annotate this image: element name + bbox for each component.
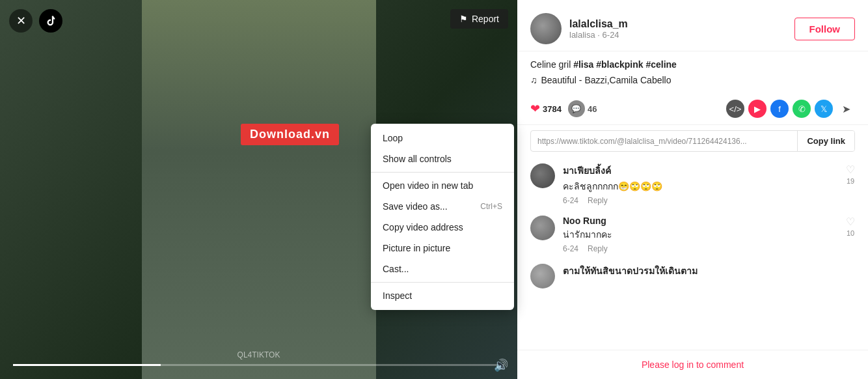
comment-reply-2[interactable]: Reply [588, 244, 608, 253]
login-text[interactable]: Please log in to comment [530, 359, 855, 370]
caption-tags[interactable]: #lisa #blackpink #celine [573, 59, 677, 70]
comment-text-1: คะลิชลูกกกกก😁🙄🙄🙄 [563, 179, 838, 193]
save-shortcut: Ctrl+S [480, 202, 502, 211]
user-sub: lalalisa · 6-24 [569, 30, 787, 40]
comment-username-3[interactable]: ตามให้ทันสิขนาดปวรมให้เดินตาม [563, 264, 855, 278]
comment-like-count-2: 10 [847, 229, 854, 237]
video-person [142, 0, 376, 379]
volume-icon[interactable]: 🔊 [494, 358, 508, 372]
video-progress-fill [13, 364, 161, 366]
link-bar: https://www.tiktok.com/@lalalclisa_m/vid… [530, 130, 855, 152]
tiktok-share-icon[interactable]: ▶ [748, 100, 766, 118]
context-menu-copy-address[interactable]: Copy video address [371, 217, 514, 238]
music-line[interactable]: ♫ Beautiful - Bazzi,Camila Cabello [530, 75, 855, 85]
flag-icon: ⚑ [459, 14, 468, 24]
comment-heart-icon-1[interactable]: ♡ [846, 163, 855, 176]
report-button[interactable]: ⚑ Report [450, 9, 508, 29]
comment-heart-icon-2[interactable]: ♡ [846, 216, 855, 228]
video-progress-bar[interactable] [13, 364, 504, 366]
comment-text-2: น่ารักมากคะ [563, 227, 838, 242]
copy-link-button[interactable]: Copy link [797, 131, 854, 151]
link-url: https://www.tiktok.com/@lalalclisa_m/vid… [531, 132, 797, 151]
comment-body-1: มาเฟียบลิ้งค์ คะลิชลูกกกกก😁🙄🙄🙄 6-24 Repl… [563, 163, 838, 205]
context-menu-show-controls[interactable]: Show all controls [371, 148, 514, 169]
twitter-share-icon[interactable]: 𝕏 [815, 100, 833, 118]
inspect-label: Inspect [383, 290, 412, 301]
login-prompt: Please log in to comment [517, 350, 868, 379]
comment-date-1: 6-24 [563, 196, 578, 205]
avatar [530, 13, 562, 44]
download-badge: Download.vn [241, 124, 339, 145]
comment-action[interactable]: 💬 46 [568, 100, 597, 117]
comment-body-2: Noo Rung น่ารักมากคะ 6-24 Reply [563, 216, 838, 253]
cast-label: Cast... [383, 264, 409, 274]
comment-item: มาเฟียบลิ้งค์ คะลิชลูกกกกก😁🙄🙄🙄 6-24 Repl… [530, 163, 855, 205]
comment-item-3: ตามให้ทันสิขนาดปวรมให้เดินตาม [530, 264, 855, 288]
like-count: 3784 [543, 104, 562, 114]
context-menu-open-new-tab[interactable]: Open video in new tab [371, 175, 514, 196]
comment-meta-2: 6-24 Reply [563, 244, 838, 253]
pip-label: Picture in picture [383, 243, 450, 253]
facebook-share-icon[interactable]: f [770, 100, 789, 118]
open-new-tab-label: Open video in new tab [383, 180, 473, 191]
save-video-label: Save video as... [383, 201, 448, 212]
comment-username-1[interactable]: มาเฟียบลิ้งค์ [563, 163, 838, 178]
close-button[interactable]: ✕ [9, 9, 33, 33]
actions-row: ❤ 3784 💬 46 </> ▶ f ✆ 𝕏 ➤ [517, 93, 868, 125]
heart-icon: ❤ [530, 102, 540, 116]
caption-text: Celine gril #lisa #blackpink #celine [530, 59, 855, 70]
comments-section: มาเฟียบลิ้งค์ คะลิชลูกกกกก😁🙄🙄🙄 6-24 Repl… [517, 157, 868, 350]
context-menu-loop[interactable]: Loop [371, 128, 514, 148]
comment-reply-1[interactable]: Reply [588, 196, 608, 205]
comment-avatar-2 [530, 216, 555, 240]
right-panel: lalalclisa_m lalalisa · 6-24 Follow Celi… [517, 0, 868, 379]
video-watermark: QL4TIKTOK [237, 350, 280, 359]
context-menu-save-video[interactable]: Save video as... Ctrl+S [371, 196, 514, 217]
avatar-image [530, 13, 562, 44]
music-note-icon: ♫ [530, 75, 537, 85]
divider-1 [371, 172, 514, 173]
video-panel: ✕ ⚑ Report Download.vn Loop Show all con… [0, 0, 517, 379]
comment-body-3: ตามให้ทันสิขนาดปวรมให้เดินตาม [563, 264, 855, 288]
comment-date-2: 6-24 [563, 244, 578, 253]
show-controls-label: Show all controls [383, 154, 452, 164]
whatsapp-share-icon[interactable]: ✆ [793, 100, 811, 118]
copy-address-label: Copy video address [383, 222, 463, 232]
like-action[interactable]: ❤ 3784 [530, 102, 562, 116]
follow-button[interactable]: Follow [794, 18, 856, 40]
embed-icon[interactable]: </> [726, 100, 744, 118]
more-share-icon[interactable]: ➤ [837, 100, 855, 118]
caption-section: Celine gril #lisa #blackpink #celine ♫ B… [517, 51, 868, 93]
share-icons: </> ▶ f ✆ 𝕏 ➤ [726, 100, 855, 118]
comment-avatar-3 [530, 264, 555, 288]
username[interactable]: lalalclisa_m [569, 18, 787, 30]
user-info: lalalclisa_m lalalisa · 6-24 [569, 18, 787, 40]
comment-item-2: Noo Rung น่ารักมากคะ 6-24 Reply ♡ 10 [530, 216, 855, 253]
user-section: lalalclisa_m lalalisa · 6-24 Follow [517, 0, 868, 51]
report-label: Report [472, 14, 499, 24]
tiktok-logo[interactable] [39, 9, 62, 33]
comment-bubble-icon: 💬 [568, 100, 585, 117]
context-menu-cast[interactable]: Cast... [371, 259, 514, 279]
music-title: Beautiful - Bazzi,Camila Cabello [541, 75, 671, 85]
context-menu: Loop Show all controls Open video in new… [371, 124, 514, 310]
comment-meta-1: 6-24 Reply [563, 196, 838, 205]
comment-username-2[interactable]: Noo Rung [563, 216, 838, 226]
comment-like-1: ♡ 19 [846, 163, 855, 205]
context-menu-pip[interactable]: Picture in picture [371, 238, 514, 259]
comment-avatar-1 [530, 163, 555, 188]
divider-2 [371, 282, 514, 283]
comment-count: 46 [588, 104, 597, 114]
comment-like-count-1: 19 [847, 177, 854, 185]
loop-label: Loop [383, 133, 403, 143]
context-menu-inspect[interactable]: Inspect [371, 285, 514, 306]
caption-plain: Celine gril [530, 59, 573, 70]
comment-like-2: ♡ 10 [846, 216, 855, 253]
